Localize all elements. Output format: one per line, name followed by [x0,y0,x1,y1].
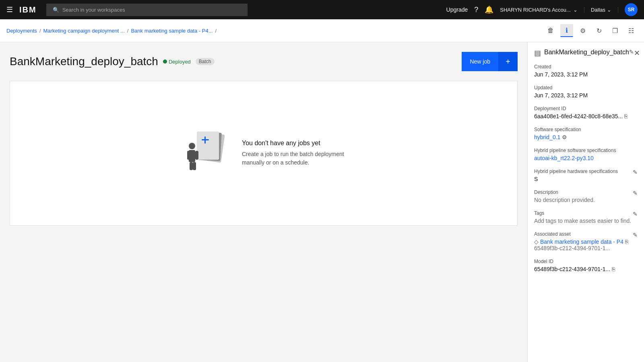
hybrid-sw-section: Hybrid pipeline software specifications … [534,148,638,161]
created-value: Jun 7, 2023, 3:12 PM [534,71,638,78]
page-title-row: BankMarketing_deploy_batch Deployed Batc… [10,55,215,68]
model-id-section: Model ID 65489f3b-c212-4394-9701-1... ⎘ [534,259,638,272]
delete-icon[interactable]: 🗑 [544,24,557,37]
associated-asset-row: ◇ Bank marketing sample data - P4 ⎘ [534,239,638,245]
page-title: BankMarketing_deploy_batch [10,55,158,68]
associated-asset-icon: ◇ [534,239,539,245]
empty-illustration [181,125,229,181]
notification-icon[interactable]: 🔔 [485,5,493,14]
empty-heading: You don't have any jobs yet [242,140,347,147]
model-id-row: 65489f3b-c212-4394-9701-1... ⎘ [534,266,638,272]
region-label: Dallas [591,7,605,13]
breadcrumb-sep-1: / [39,28,41,34]
search-icon: 🔍 [53,7,59,13]
svg-rect-10 [193,162,196,170]
hybrid-hw-edit-icon[interactable]: ✎ [633,169,638,175]
empty-state: You don't have any jobs yet Create a job… [181,125,347,181]
breadcrumb: Deployments / Marketing campaign deploym… [0,19,644,42]
batch-badge: Batch [196,58,215,65]
software-spec-section: Software specification hybrid_0.1 ⚙ [534,127,638,140]
updated-value: Jun 7, 2023, 3:12 PM [534,92,638,99]
empty-description: Create a job to run the batch deployment… [242,150,347,167]
avatar-initials: SR [628,7,635,12]
updated-section: Updated Jun 7, 2023, 3:12 PM [534,85,638,99]
tags-label: Tags [534,210,544,216]
software-spec-label: Software specification [534,127,638,132]
updated-label: Updated [534,85,638,90]
panel-close-icon[interactable]: ✕ [634,49,640,58]
panel-title: BankMarketing_deploy_batch [544,49,629,56]
settings-icon[interactable]: ⚙ [576,24,589,37]
description-section: Description ✎ No description provided. [534,189,638,203]
page-header: BankMarketing_deploy_batch Deployed Batc… [10,52,518,71]
svg-rect-9 [190,162,193,170]
account-label: SHARYN RICHARD's Accou... [500,7,571,13]
panel-chart-icon: ▤ [534,49,541,58]
associated-asset-copy-icon[interactable]: ⎘ [625,239,628,245]
software-spec-row: hybrid_0.1 ⚙ [534,134,638,140]
account-chevron-icon: ⌄ [573,7,578,13]
breadcrumb-campaign[interactable]: Marketing campaign deployment ... [43,28,125,34]
svg-rect-7 [187,151,190,160]
deployment-id-section: Deployment ID 6aa408e1-6fed-4242-80c8-68… [534,106,638,119]
associated-asset-edit-icon[interactable]: ✎ [633,232,638,238]
empty-state-card: You don't have any jobs yet Create a job… [10,81,518,226]
new-job-plus-icon: + [498,52,518,71]
breadcrumb-sep-2: / [127,28,129,34]
panel-edit-icon[interactable]: ✎ [629,49,634,55]
svg-rect-2 [197,132,219,160]
status-dot [163,60,167,64]
region-menu[interactable]: Dallas ⌄ [591,7,618,13]
status-badge: Deployed [163,59,191,65]
description-value: No description provided. [534,197,638,203]
deployment-id-row: 6aa408e1-6fed-4242-80c8-68e35... ⎘ [534,113,638,119]
model-id-copy-icon[interactable]: ⎘ [612,266,615,272]
right-panel: ▤ BankMarketing_deploy_batch ✎ ✕ Created… [527,42,644,362]
info-icon[interactable]: ℹ [560,24,573,37]
tags-edit-icon[interactable]: ✎ [633,211,638,217]
associated-asset-value[interactable]: Bank marketing sample data - P4 [540,239,623,245]
user-avatar[interactable]: SR [625,3,638,16]
associated-asset-section: Associated asset ✎ ◇ Bank marketing samp… [534,231,638,251]
software-spec-value[interactable]: hybrid_0.1 [534,134,560,140]
breadcrumb-deployments[interactable]: Deployments [6,28,37,34]
panel-header: ▤ BankMarketing_deploy_batch ✎ ✕ [534,49,638,58]
hybrid-sw-label: Hybrid pipeline software specifications [534,148,638,153]
created-section: Created Jun 7, 2023, 3:12 PM [534,64,638,78]
search-placeholder: Search in your workspaces [62,7,125,13]
main-layout: BankMarketing_deploy_batch Deployed Batc… [0,42,644,362]
help-icon[interactable]: ? [474,6,478,14]
tags-section: Tags ✎ Add tags to make assets easier to… [534,210,638,224]
svg-rect-4 [204,136,206,144]
status-label: Deployed [169,59,191,65]
created-label: Created [534,64,638,70]
model-id-label: Model ID [534,259,638,264]
hybrid-sw-value[interactable]: autoai-kb_rt22.2-py3.10 [534,155,638,161]
content-area: BankMarketing_deploy_batch Deployed Batc… [0,42,527,362]
ibm-logo: IBM [19,5,37,14]
account-menu[interactable]: SHARYN RICHARD's Accou... ⌄ [500,7,584,13]
software-spec-gear-icon[interactable]: ⚙ [562,134,567,140]
share-icon[interactable]: ❐ [609,24,621,37]
deployment-id-label: Deployment ID [534,106,638,111]
refresh-icon[interactable]: ↻ [592,24,605,37]
hybrid-hw-label: Hybrid pipeline hardware specifications [534,169,618,174]
grid-icon[interactable]: ☷ [625,24,638,37]
breadcrumb-toolbar: 🗑 ℹ ⚙ ↻ ❐ ☷ [544,24,638,37]
upgrade-link[interactable]: Upgrade [446,6,468,13]
tags-value: Add tags to make assets easier to find. [534,218,638,224]
svg-point-5 [189,143,195,149]
topnav-right: Upgrade ? 🔔 SHARYN RICHARD's Accou... ⌄ … [446,3,638,16]
menu-icon[interactable]: ☰ [6,5,13,14]
deployment-id-value: 6aa408e1-6fed-4242-80c8-68e35... [534,113,623,119]
description-edit-icon[interactable]: ✎ [633,190,638,196]
search-bar[interactable]: 🔍 Search in your workspaces [46,4,248,16]
hybrid-hw-value: S [534,176,638,182]
associated-asset-label: Associated asset [534,231,571,237]
new-job-button-label: New job [462,58,498,65]
model-id-value: 65489f3b-c212-4394-9701-1... [534,266,610,272]
top-navigation: ☰ IBM 🔍 Search in your workspaces Upgrad… [0,0,644,19]
new-job-button[interactable]: New job + [462,52,518,71]
deployment-id-copy-icon[interactable]: ⎘ [624,113,627,119]
breadcrumb-dataset[interactable]: Bank marketing sample data - P4... [131,28,213,34]
